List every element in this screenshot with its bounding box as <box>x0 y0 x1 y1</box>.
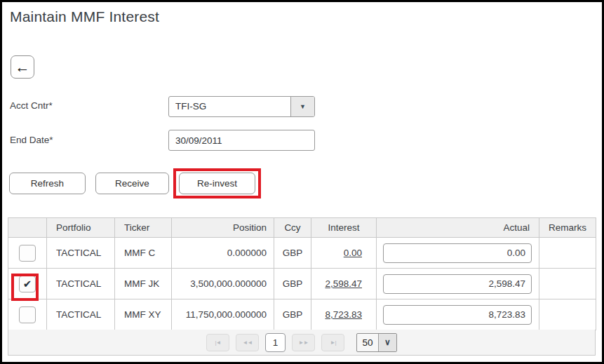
portfolio-cell: TACTICAL <box>47 299 115 330</box>
next-page-button[interactable]: ►► <box>292 334 315 351</box>
pagination-bar: |◄ ◄◄ 1 ►► ►| 50 ∨ <box>8 330 596 356</box>
select-column-header <box>8 218 47 238</box>
remarks-cell <box>539 299 596 330</box>
remarks-column-header: Remarks <box>539 218 596 238</box>
row-2-checkbox[interactable]: ✔ <box>19 276 36 292</box>
table-header-row: Portfolio Ticker Position Ccy Interest A… <box>8 218 596 238</box>
ticker-cell: MMF C <box>115 238 172 269</box>
portfolio-column-header: Portfolio <box>47 218 115 238</box>
row-3-checkbox[interactable] <box>19 306 36 323</box>
acct-cntr-dropdown-button[interactable]: ▼ <box>290 97 314 116</box>
ticker-column-header: Ticker <box>115 218 172 238</box>
ticker-cell: MMF XY <box>115 299 172 330</box>
end-date-label: End Date* <box>10 135 53 145</box>
page-size-value: 50 <box>357 334 379 351</box>
back-arrow-icon: ← <box>15 59 30 75</box>
actual-input[interactable] <box>383 243 532 263</box>
end-date-input[interactable] <box>168 130 315 151</box>
acct-cntr-value: TFI-SG <box>169 97 290 116</box>
portfolio-cell: TACTICAL <box>47 238 115 269</box>
interest-link[interactable]: 0.00 <box>344 248 362 258</box>
mmf-interest-table: Portfolio Ticker Position Ccy Interest A… <box>8 217 596 330</box>
previous-page-icon: ◄◄ <box>243 339 253 346</box>
table-row: ✔ TACTICAL MMF JK 3,500,000.000000 GBP 2… <box>8 269 596 299</box>
acct-cntr-select[interactable]: TFI-SG ▼ <box>168 96 315 117</box>
acct-cntr-label: Acct Cntr* <box>10 100 53 111</box>
current-page-indicator: 1 <box>265 333 286 352</box>
chevron-down-icon: ∨ <box>379 334 396 351</box>
position-column-header: Position <box>172 218 274 238</box>
first-page-icon: |◄ <box>215 339 221 346</box>
first-page-button[interactable]: |◄ <box>206 334 229 351</box>
remarks-cell <box>539 269 596 299</box>
ccy-cell: GBP <box>274 299 311 330</box>
reinvest-button[interactable]: Re-invest <box>179 173 255 194</box>
refresh-button[interactable]: Refresh <box>9 173 86 194</box>
actual-input[interactable] <box>383 305 532 325</box>
receive-button[interactable]: Receive <box>95 173 169 194</box>
ticker-cell: MMF JK <box>115 269 172 299</box>
portfolio-cell: TACTICAL <box>47 269 115 299</box>
position-cell: 3,500,000.000000 <box>172 269 274 299</box>
maintain-mmf-interest-window: Maintain MMF Interest ← Acct Cntr* TFI-S… <box>0 0 604 364</box>
table-row: TACTICAL MMF C 0.000000 GBP 0.00 <box>8 238 596 269</box>
row-1-checkbox[interactable] <box>19 245 36 262</box>
page-size-select[interactable]: 50 ∨ <box>356 333 397 352</box>
table-row: TACTICAL MMF XY 11,750,000.000000 GBP 8,… <box>8 299 596 330</box>
last-page-icon: ►| <box>330 339 336 346</box>
back-button[interactable]: ← <box>11 55 34 79</box>
remarks-cell <box>539 238 596 269</box>
dropdown-arrow-icon: ▼ <box>300 103 306 110</box>
actual-column-header: Actual <box>377 218 539 238</box>
position-cell: 0.000000 <box>172 238 274 269</box>
next-page-icon: ►► <box>299 339 309 346</box>
interest-link[interactable]: 2,598.47 <box>325 278 362 289</box>
interest-link[interactable]: 8,723.83 <box>325 309 362 320</box>
ccy-cell: GBP <box>274 269 311 299</box>
actual-input[interactable] <box>383 274 532 294</box>
interest-column-header: Interest <box>311 218 377 238</box>
position-cell: 11,750,000.000000 <box>172 299 274 330</box>
page-title: Maintain MMF Interest <box>10 8 159 25</box>
previous-page-button[interactable]: ◄◄ <box>236 334 259 351</box>
ccy-cell: GBP <box>274 238 311 269</box>
last-page-button[interactable]: ►| <box>321 334 344 351</box>
ccy-column-header: Ccy <box>274 218 311 238</box>
